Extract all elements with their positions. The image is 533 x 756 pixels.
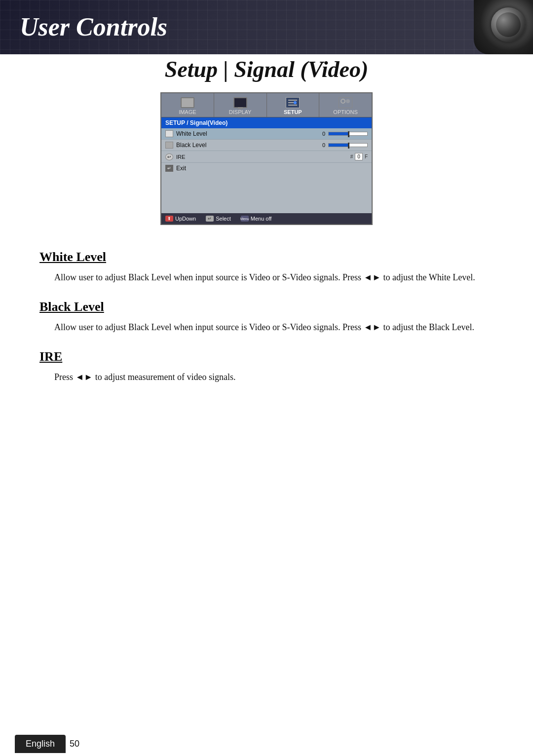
ire-body: Press ◄► to adjust measurement of video … xyxy=(54,370,494,384)
tab-display[interactable]: DISPLAY xyxy=(214,93,267,117)
updown-label: UpDown xyxy=(175,216,196,222)
footer-menuoff: Menu Menu off xyxy=(241,216,272,222)
ire-icon: ↩ xyxy=(165,153,173,160)
ire-min: # xyxy=(350,154,353,159)
section-black-level: Black Level Allow user to adjust Black L… xyxy=(39,300,494,335)
menu-empty-space xyxy=(161,174,372,213)
tab-setup-label: SETUP xyxy=(284,109,302,115)
page-title: User Controls xyxy=(0,0,533,41)
white-level-thumb xyxy=(348,131,349,137)
white-level-body: Allow user to adjust Black Level when in… xyxy=(54,270,494,285)
ire-max: F xyxy=(365,154,368,159)
tab-options-label: OPTIONS xyxy=(333,109,358,115)
setup-dot xyxy=(294,101,297,104)
footer-select: ↵ Select xyxy=(206,216,231,222)
white-level-icon xyxy=(165,130,173,137)
menu-item-white-level[interactable]: White Level 0 xyxy=(161,128,372,140)
menu-ui: IMAGE DISPLAY SETUP xyxy=(160,92,373,225)
options-dot xyxy=(346,99,350,103)
setup-tab-icon xyxy=(286,97,300,108)
menuoff-label: Menu off xyxy=(251,216,272,222)
menu-tabs: IMAGE DISPLAY SETUP xyxy=(161,93,372,117)
black-level-label: Black Level xyxy=(176,142,322,149)
white-level-label: White Level xyxy=(176,130,322,137)
section-ire: IRE Press ◄► to adjust measurement of vi… xyxy=(39,349,494,384)
section-title: Setup | Signal (Video) xyxy=(0,56,533,82)
options-circle xyxy=(341,99,345,104)
ire-value: 0 xyxy=(355,153,363,160)
exit-icon: ↵ xyxy=(165,165,173,172)
setup-line-3 xyxy=(288,105,297,106)
ire-label: IRE xyxy=(176,154,185,160)
menu-footer: ⬆ UpDown ↵ Select Menu Menu off xyxy=(161,213,372,224)
menu-item-black-level[interactable]: Black Level 0 xyxy=(161,140,372,151)
black-level-body: Allow user to adjust Black Level when in… xyxy=(54,320,494,335)
footer-updown: ⬆ UpDown xyxy=(165,216,196,222)
menu-item-ire[interactable]: ↩ IRE # 0 F xyxy=(161,151,372,163)
tab-setup[interactable]: SETUP xyxy=(267,93,320,117)
black-level-icon xyxy=(165,142,173,149)
tab-display-label: DISPLAY xyxy=(229,109,252,115)
menu-item-exit[interactable]: ↵ Exit xyxy=(161,163,372,174)
bottom-bar: English 50 xyxy=(0,731,533,756)
language-badge: English xyxy=(15,735,66,753)
updown-icon: ⬆ xyxy=(165,216,173,222)
black-level-value: 0 xyxy=(322,142,325,148)
breadcrumb-text: SETUP / Signal(Video) xyxy=(165,119,228,126)
tab-options[interactable]: OPTIONS xyxy=(319,93,372,117)
white-level-fill xyxy=(329,132,348,135)
ire-heading: IRE xyxy=(39,349,494,364)
black-level-slider[interactable] xyxy=(328,143,368,147)
white-level-heading: White Level xyxy=(39,250,494,265)
setup-line-1 xyxy=(288,100,297,101)
ire-controls: # 0 F xyxy=(350,153,368,160)
image-tab-icon xyxy=(181,97,194,108)
exit-label: Exit xyxy=(176,165,186,172)
tab-image-label: IMAGE xyxy=(179,109,196,115)
black-level-heading: Black Level xyxy=(39,300,494,314)
white-level-slider[interactable] xyxy=(328,132,368,136)
section-white-level: White Level Allow user to adjust Black L… xyxy=(39,250,494,285)
menu-breadcrumb: SETUP / Signal(Video) xyxy=(161,117,372,128)
content-area: White Level Allow user to adjust Black L… xyxy=(0,225,533,414)
setup-line-2 xyxy=(288,102,295,103)
tab-image[interactable]: IMAGE xyxy=(161,93,214,117)
white-level-value: 0 xyxy=(322,131,325,137)
black-level-fill xyxy=(329,144,348,147)
options-tab-icon xyxy=(339,97,352,108)
page-number: 50 xyxy=(70,739,79,749)
menu-icon: Menu xyxy=(241,216,249,222)
enter-icon: ↵ xyxy=(206,216,214,222)
black-level-thumb xyxy=(348,143,349,149)
select-label: Select xyxy=(216,216,231,222)
display-tab-icon xyxy=(233,97,247,108)
display-stand xyxy=(238,107,243,109)
